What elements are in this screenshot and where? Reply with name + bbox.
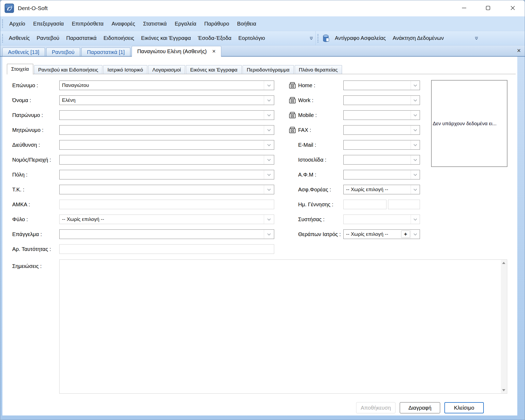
insurance-combobox[interactable]: -- Χωρίς επιλογή -- — [343, 185, 420, 194]
menu-tools[interactable]: Εργαλεία — [171, 16, 200, 31]
city-combobox[interactable] — [59, 170, 274, 179]
amka-input[interactable] — [59, 200, 274, 209]
toolbar-calendar-button[interactable]: Εορτολόγιο — [235, 31, 268, 45]
dropdown-button[interactable] — [264, 185, 274, 194]
dropdown-button[interactable] — [411, 185, 420, 194]
dropdown-button[interactable] — [411, 230, 420, 239]
menu-extras[interactable]: Επιπρόσθετα — [68, 16, 107, 31]
menu-reports[interactable]: Αναφορές — [107, 16, 139, 31]
tab-patients-list[interactable]: Ασθενείς [13] — [2, 48, 45, 57]
dropdown-button[interactable] — [264, 215, 274, 224]
notes-scrollbar[interactable] — [501, 260, 507, 393]
tab-appointments-notifications[interactable]: Ραντεβού και Ειδοποιήσεις — [34, 65, 103, 74]
save-button[interactable]: Αποθήκευση — [356, 402, 395, 413]
website-combobox[interactable] — [343, 155, 420, 165]
dropdown-button[interactable] — [264, 96, 274, 105]
firstname-combobox[interactable]: Ελένη — [59, 95, 274, 105]
mobile-phone-combobox[interactable] — [343, 110, 420, 120]
toolbar-invoices-button[interactable]: Παραστατικά — [63, 31, 100, 45]
scroll-down-button[interactable] — [501, 387, 507, 393]
form-row: Επώνυμο : Παναγιώτου — [12, 81, 274, 90]
toolbar-overflow-button[interactable] — [308, 33, 314, 44]
toolbar-images-documents-button[interactable]: Εικόνες και Έγγραφα — [138, 31, 194, 45]
tab-invoices[interactable]: Παραστατικά [1] — [81, 48, 130, 57]
tab-details[interactable]: Στοιχεία — [7, 64, 33, 74]
dropdown-button[interactable] — [264, 155, 274, 164]
dropdown-button[interactable] — [264, 111, 274, 120]
dropdown-button[interactable] — [264, 125, 274, 135]
tab-patient-record[interactable]: Παναγιώτου Ελένη (Ασθενής) ✕ — [132, 46, 222, 57]
form-row: Home : — [289, 81, 420, 90]
toolbar-backup-button[interactable]: Αντίγραφο Ασφαλείας — [331, 31, 389, 45]
occupation-combobox[interactable] — [59, 229, 274, 239]
home-phone-combobox[interactable] — [343, 81, 420, 90]
referrer-value — [344, 215, 411, 224]
birthdate-extra-input[interactable] — [388, 200, 420, 209]
dropdown-button[interactable] — [411, 140, 420, 149]
minimize-button[interactable] — [456, 0, 473, 16]
menu-statistics[interactable]: Στατιστικά — [139, 16, 171, 31]
dropdown-button[interactable] — [264, 230, 274, 239]
tab-accounts[interactable]: Λογαριασμοί — [148, 65, 185, 74]
menu-edit[interactable]: Επεξεργασία — [29, 16, 68, 31]
tab-appointments[interactable]: Ραντεβού — [46, 48, 80, 57]
dropdown-button[interactable] — [411, 170, 420, 179]
toolbar-notifications-button[interactable]: Ειδοποιήσεις — [100, 31, 138, 45]
email-combobox[interactable] — [343, 140, 420, 150]
toolbar-income-expenses-button[interactable]: Έσοδα-Έξοδα — [194, 31, 235, 45]
chevron-down-icon — [267, 217, 271, 221]
dropdown-button[interactable] — [411, 155, 420, 164]
address-combobox[interactable] — [59, 140, 274, 150]
tab-images-documents[interactable]: Εικόνες και Έγγραφα — [186, 65, 242, 74]
tax-id-combobox[interactable] — [343, 170, 420, 179]
dropdown-button[interactable] — [264, 140, 274, 149]
toolbar-appointments-button[interactable]: Ραντεβού — [33, 31, 63, 45]
address-label: Διεύθυνση : — [12, 140, 59, 150]
tab-periodontogram[interactable]: Περιοδοντόγραμμα — [243, 65, 294, 74]
form-row: Όνομα : Ελένη — [12, 95, 274, 105]
dropdown-button[interactable] — [411, 111, 420, 120]
id-number-input[interactable] — [59, 244, 274, 254]
notes-textarea[interactable] — [59, 259, 507, 394]
tab-medical-history[interactable]: Ιατρικό Ιστορικό — [103, 65, 147, 74]
birthdate-input[interactable] — [343, 200, 386, 209]
add-doctor-button[interactable]: + — [401, 230, 410, 238]
father-name-combobox[interactable] — [59, 110, 274, 120]
menu-file[interactable]: Αρχείο — [5, 16, 29, 31]
dropdown-button[interactable] — [264, 170, 274, 179]
form-row: E-Mail : — [289, 140, 420, 150]
window-close-button[interactable] — [504, 0, 521, 16]
dropdown-button[interactable] — [411, 125, 420, 135]
lastname-combobox[interactable]: Παναγιώτου — [59, 81, 274, 90]
tab-treatment-plan[interactable]: Πλάνο θεραπείας — [295, 65, 342, 74]
home-phone-value — [344, 81, 411, 90]
work-phone-combobox[interactable] — [343, 95, 420, 105]
gender-value: -- Χωρίς επιλογή -- — [60, 215, 264, 224]
mother-name-combobox[interactable] — [59, 125, 274, 135]
postal-code-combobox[interactable] — [59, 185, 274, 194]
form-row: Work : — [289, 95, 420, 105]
phone-icon — [289, 97, 296, 104]
toolbar-overflow-button[interactable] — [473, 33, 480, 44]
menu-window[interactable]: Παράθυρο — [200, 16, 233, 31]
close-button[interactable]: Κλείσιμο — [444, 402, 484, 413]
occupation-label: Επάγγελμα : — [12, 229, 59, 239]
doctor-combobox[interactable]: -- Χωρίς επιλογή -- + — [343, 229, 420, 239]
toolbar-patients-button[interactable]: Ασθενείς — [5, 31, 33, 45]
fax-combobox[interactable] — [343, 125, 420, 135]
region-combobox[interactable] — [59, 155, 274, 165]
maximize-button[interactable] — [480, 0, 497, 16]
toolbar-restore-button[interactable]: Ανάκτηση Δεδομένων — [389, 31, 447, 45]
form-row: Τ.Κ. : — [12, 185, 274, 194]
scroll-up-button[interactable] — [501, 260, 507, 266]
dropdown-button[interactable] — [411, 215, 420, 224]
tab-close-icon[interactable]: ✕ — [212, 49, 216, 54]
tabbar-close-icon[interactable]: ✕ — [517, 48, 521, 54]
gender-combobox[interactable]: -- Χωρίς επιλογή -- — [59, 215, 274, 224]
delete-button[interactable]: Διαγραφή — [400, 402, 440, 413]
dropdown-button[interactable] — [264, 81, 274, 90]
menu-help[interactable]: Βοήθεια — [233, 16, 260, 31]
dropdown-button[interactable] — [411, 81, 420, 90]
referrer-combobox[interactable] — [343, 215, 420, 224]
dropdown-button[interactable] — [411, 96, 420, 105]
